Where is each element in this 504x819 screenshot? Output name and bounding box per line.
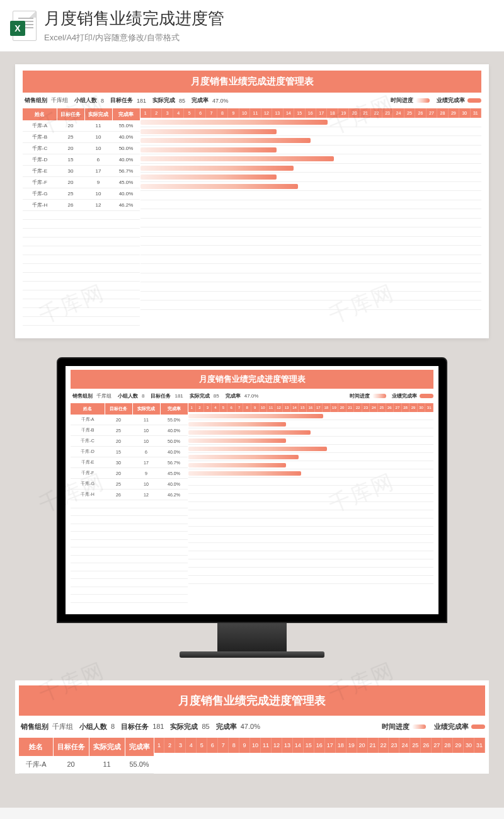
legend-time-label: 时间进度 bbox=[380, 722, 411, 731]
progress-row bbox=[188, 527, 434, 535]
page-header: X 月度销售业绩完成进度管 Excel/A4打印/内容随意修改/自带格式 bbox=[0, 0, 504, 52]
progress-row bbox=[140, 200, 482, 210]
day-col: 16 bbox=[307, 403, 315, 412]
table-row: 千库-G251040.0% bbox=[71, 479, 188, 490]
day-col: 4 bbox=[173, 108, 184, 118]
cell-name: 千库-F bbox=[71, 468, 105, 479]
cell-name: 千库-E bbox=[71, 457, 105, 468]
progress-row bbox=[140, 273, 482, 283]
col-actual: 实际完成 bbox=[84, 108, 112, 120]
summary-count-value: 8 bbox=[100, 98, 108, 104]
table-row bbox=[71, 563, 188, 571]
progress-row bbox=[188, 478, 434, 486]
cell-target: 25 bbox=[57, 188, 84, 200]
cell-name: 千库-A bbox=[19, 756, 53, 774]
page-title: 月度销售业绩完成进度管 bbox=[44, 8, 494, 30]
progress-row bbox=[140, 264, 482, 273]
progress-row bbox=[188, 412, 434, 420]
progress-bar bbox=[140, 138, 311, 143]
cell-actual: 10 bbox=[84, 143, 112, 154]
cell-rate: 45.0% bbox=[112, 177, 140, 188]
day-col: 15 bbox=[294, 108, 305, 118]
day-col: 28 bbox=[442, 738, 453, 753]
progress-bar bbox=[188, 463, 287, 467]
day-col: 27 bbox=[427, 108, 437, 118]
progress-row bbox=[188, 518, 434, 527]
table-row bbox=[71, 555, 188, 563]
progress-row bbox=[188, 469, 434, 478]
col-name: 姓名 bbox=[19, 738, 53, 756]
cell-rate: 55.0% bbox=[125, 756, 154, 774]
progress-bar bbox=[188, 430, 311, 435]
page-subtitle: Excel/A4打印/内容随意修改/自带格式 bbox=[44, 32, 494, 43]
day-col: 1 bbox=[140, 108, 151, 118]
col-rate: 完成率 bbox=[125, 738, 154, 756]
progress-row bbox=[188, 576, 434, 584]
day-col: 13 bbox=[272, 108, 283, 118]
grid: 姓名目标任务实际完成完成率千库-A201155.0%千库-B251040.0%千… bbox=[71, 403, 433, 603]
day-col: 17 bbox=[325, 738, 336, 753]
cell-rate: 40.0% bbox=[160, 479, 188, 490]
progress-row bbox=[140, 154, 482, 164]
cell-target: 20 bbox=[105, 436, 132, 447]
progress-row bbox=[188, 535, 434, 543]
cell-name: 千库-C bbox=[23, 143, 57, 154]
progress-row bbox=[188, 437, 434, 445]
table-row: 千库-A201155.0% bbox=[23, 120, 140, 132]
day-col: 16 bbox=[314, 738, 325, 753]
cell-name: 千库-F bbox=[23, 177, 57, 188]
monitor-base bbox=[180, 651, 324, 658]
preview-canvas: 月度销售业绩完成进度管理表 销售组别 千库组 小组人数 8 目标任务 181 实… bbox=[0, 52, 504, 808]
day-col: 13 bbox=[282, 738, 293, 753]
day-col: 6 bbox=[227, 403, 236, 412]
day-col: 29 bbox=[453, 738, 464, 753]
excel-file-icon: X bbox=[10, 11, 37, 41]
summary-actual-label: 实际完成 bbox=[168, 722, 200, 731]
day-col: 26 bbox=[386, 403, 394, 412]
day-col: 2 bbox=[164, 738, 175, 753]
cell-name: 千库-A bbox=[71, 415, 105, 425]
cell-actual: 12 bbox=[132, 490, 160, 500]
table-row: 千库-E301756.7% bbox=[71, 457, 188, 468]
day-header: 1234567891011121314151617181920212223242… bbox=[154, 738, 486, 753]
progress-row bbox=[188, 551, 434, 559]
table-row bbox=[71, 547, 188, 556]
summary-count-label: 小组人数 bbox=[72, 96, 99, 105]
day-col: 12 bbox=[275, 403, 284, 412]
progress-row bbox=[140, 118, 482, 127]
progress-row bbox=[188, 486, 434, 494]
cell-actual: 11 bbox=[84, 120, 112, 132]
table-row: 千库-H261246.2% bbox=[23, 200, 140, 211]
day-col: 2 bbox=[196, 403, 204, 412]
progress-row bbox=[140, 246, 482, 255]
table-row bbox=[23, 273, 140, 282]
summary-count-value: 8 bbox=[110, 723, 118, 730]
summary-row: 销售组别 千库组 小组人数 8 目标任务 181 实际完成 85 完成率 47.… bbox=[23, 93, 481, 108]
cell-target: 20 bbox=[57, 177, 84, 188]
day-col: 6 bbox=[207, 738, 218, 753]
col-name: 姓名 bbox=[23, 108, 57, 120]
cell-name: 千库-A bbox=[23, 120, 57, 132]
summary-rate-value: 47.0% bbox=[239, 723, 264, 730]
cell-rate: 45.0% bbox=[160, 468, 188, 479]
sheet-preview-top: 月度销售业绩完成进度管理表 销售组别 千库组 小组人数 8 目标任务 181 实… bbox=[15, 64, 489, 338]
table-row bbox=[23, 220, 140, 229]
cell-target: 15 bbox=[57, 154, 84, 166]
summary-target-label: 目标任务 bbox=[149, 392, 173, 399]
col-target: 目标任务 bbox=[105, 403, 132, 415]
col-actual: 实际完成 bbox=[89, 738, 125, 756]
progress-row bbox=[140, 146, 482, 155]
col-rate: 完成率 bbox=[160, 403, 188, 415]
day-col: 29 bbox=[449, 108, 459, 118]
day-col: 16 bbox=[306, 108, 316, 118]
col-name: 姓名 bbox=[71, 403, 105, 415]
day-col: 1 bbox=[188, 403, 197, 412]
cell-rate: 46.2% bbox=[160, 490, 188, 500]
day-col: 22 bbox=[379, 738, 389, 753]
monitor-mockup: 月度销售业绩完成进度管理表 销售组别 千库组 小组人数 8 目标任务 181 实… bbox=[15, 357, 489, 658]
table-row: 千库-B251040.0% bbox=[23, 132, 140, 143]
col-target: 目标任务 bbox=[53, 738, 89, 756]
day-col: 21 bbox=[368, 738, 379, 753]
summary-row: 销售组别 千库组 小组人数 8 目标任务 181 实际完成 85 完成率 47.… bbox=[19, 716, 485, 738]
progress-row bbox=[140, 191, 482, 200]
